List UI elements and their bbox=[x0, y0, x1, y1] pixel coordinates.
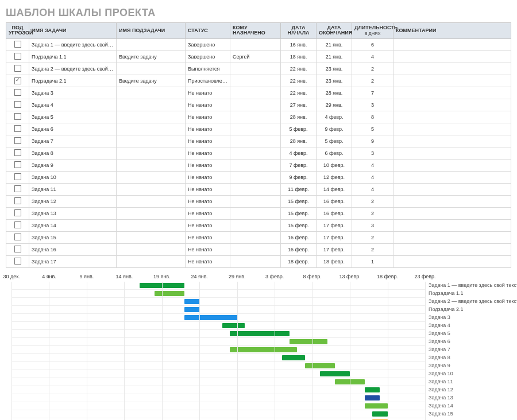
cell-dur[interactable]: 4 bbox=[352, 50, 393, 63]
cell-comm[interactable] bbox=[393, 243, 511, 255]
cell-dur[interactable]: 1 bbox=[352, 255, 393, 267]
cell-start[interactable]: 22 янв. bbox=[281, 87, 317, 99]
risk-checkbox[interactable] bbox=[14, 173, 21, 180]
cell-task[interactable]: Задача 14 bbox=[29, 219, 117, 231]
cell-comm[interactable] bbox=[393, 183, 511, 195]
cell-end[interactable]: 29 янв. bbox=[317, 99, 352, 111]
cell-sub[interactable] bbox=[117, 123, 186, 135]
cell-end[interactable]: 23 янв. bbox=[317, 63, 352, 75]
cell-sub[interactable] bbox=[117, 195, 186, 207]
risk-checkbox[interactable] bbox=[14, 246, 21, 252]
cell-dur[interactable]: 4 bbox=[352, 183, 393, 195]
cell-dur[interactable]: 4 bbox=[352, 171, 393, 183]
cell-status[interactable]: Не начато bbox=[186, 147, 230, 159]
cell-status[interactable]: Не начато bbox=[186, 255, 230, 267]
cell-start[interactable]: 4 февр. bbox=[281, 147, 317, 159]
cell-comm[interactable] bbox=[393, 195, 511, 207]
gantt-bar[interactable] bbox=[230, 347, 298, 352]
cell-comm[interactable] bbox=[393, 50, 511, 63]
risk-checkbox[interactable] bbox=[14, 125, 21, 132]
cell-sub[interactable] bbox=[117, 38, 186, 50]
cell-start[interactable]: 28 янв. bbox=[281, 111, 317, 123]
cell-assign[interactable] bbox=[230, 159, 281, 171]
cell-dur[interactable]: 2 bbox=[352, 75, 393, 87]
cell-end[interactable]: 18 февр. bbox=[317, 255, 352, 267]
cell-end[interactable]: 5 февр. bbox=[317, 135, 352, 147]
cell-assign[interactable] bbox=[230, 195, 281, 207]
cell-end[interactable]: 28 янв. bbox=[317, 87, 352, 99]
cell-end[interactable]: 14 февр. bbox=[317, 183, 352, 195]
gantt-bar[interactable] bbox=[230, 331, 290, 336]
risk-checkbox[interactable] bbox=[14, 234, 21, 240]
cell-dur[interactable]: 4 bbox=[352, 159, 393, 171]
cell-assign[interactable] bbox=[230, 207, 281, 219]
cell-status[interactable]: Не начато bbox=[186, 219, 230, 231]
cell-task[interactable]: Задача 13 bbox=[29, 207, 117, 219]
cell-comm[interactable] bbox=[393, 123, 511, 135]
cell-task[interactable]: Задача 12 bbox=[29, 195, 117, 207]
cell-dur[interactable]: 8 bbox=[352, 111, 393, 123]
cell-status[interactable]: Не начато bbox=[186, 183, 230, 195]
cell-start[interactable]: 9 февр. bbox=[281, 171, 317, 183]
cell-status[interactable]: Не начато bbox=[186, 135, 230, 147]
cell-status[interactable]: Не начато bbox=[186, 87, 230, 99]
cell-assign[interactable] bbox=[230, 183, 281, 195]
cell-task[interactable]: Задача 1 — введите здесь свой текст bbox=[29, 38, 117, 50]
cell-status[interactable]: Не начато bbox=[186, 171, 230, 183]
cell-sub[interactable] bbox=[117, 99, 186, 111]
cell-sub[interactable] bbox=[117, 243, 186, 255]
cell-sub[interactable] bbox=[117, 87, 186, 99]
cell-assign[interactable] bbox=[230, 135, 281, 147]
gantt-bar[interactable] bbox=[184, 299, 199, 304]
cell-task[interactable]: Задача 5 bbox=[29, 111, 117, 123]
gantt-bar[interactable] bbox=[365, 387, 380, 392]
cell-assign[interactable] bbox=[230, 171, 281, 183]
cell-start[interactable]: 22 янв. bbox=[281, 75, 317, 87]
cell-start[interactable]: 22 янв. bbox=[281, 63, 317, 75]
cell-start[interactable]: 15 февр. bbox=[281, 219, 317, 231]
gantt-bar[interactable] bbox=[184, 315, 237, 320]
cell-dur[interactable]: 2 bbox=[352, 195, 393, 207]
risk-checkbox[interactable] bbox=[14, 221, 21, 228]
cell-end[interactable]: 23 янв. bbox=[317, 75, 352, 87]
risk-checkbox[interactable] bbox=[14, 89, 21, 96]
cell-end[interactable]: 10 февр. bbox=[317, 159, 352, 171]
cell-sub[interactable] bbox=[117, 63, 186, 75]
cell-task[interactable]: Задача 7 bbox=[29, 135, 117, 147]
cell-start[interactable]: 16 февр. bbox=[281, 243, 317, 255]
risk-checkbox[interactable] bbox=[14, 65, 21, 72]
cell-assign[interactable] bbox=[230, 255, 281, 267]
gantt-bar[interactable] bbox=[282, 355, 304, 360]
cell-status[interactable]: Завершено bbox=[186, 50, 230, 63]
risk-checkbox[interactable] bbox=[14, 197, 21, 204]
cell-status[interactable]: Не начато bbox=[186, 99, 230, 111]
cell-end[interactable]: 21 янв. bbox=[317, 50, 352, 63]
cell-assign[interactable] bbox=[230, 147, 281, 159]
risk-checkbox[interactable] bbox=[14, 53, 21, 60]
cell-comm[interactable] bbox=[393, 63, 511, 75]
cell-task[interactable]: Задача 3 bbox=[29, 87, 117, 99]
cell-dur[interactable]: 2 bbox=[352, 243, 393, 255]
cell-sub[interactable] bbox=[117, 255, 186, 267]
cell-dur[interactable]: 5 bbox=[352, 123, 393, 135]
risk-checkbox[interactable] bbox=[14, 149, 21, 156]
cell-assign[interactable] bbox=[230, 75, 281, 87]
gantt-bar[interactable] bbox=[372, 411, 387, 417]
gantt-bar[interactable] bbox=[305, 363, 335, 368]
cell-dur[interactable]: 2 bbox=[352, 231, 393, 243]
risk-checkbox[interactable] bbox=[14, 185, 21, 192]
gantt-bar[interactable] bbox=[290, 339, 327, 344]
cell-sub[interactable] bbox=[117, 111, 186, 123]
cell-assign[interactable] bbox=[230, 38, 281, 50]
cell-end[interactable]: 6 февр. bbox=[317, 147, 352, 159]
gantt-bar[interactable] bbox=[184, 307, 199, 312]
cell-sub[interactable] bbox=[117, 171, 186, 183]
cell-task[interactable]: Подзадача 2.1 bbox=[29, 75, 117, 87]
cell-sub[interactable] bbox=[117, 159, 186, 171]
cell-start[interactable]: 28 янв. bbox=[281, 135, 317, 147]
cell-assign[interactable] bbox=[230, 99, 281, 111]
risk-checkbox[interactable] bbox=[14, 113, 21, 120]
cell-dur[interactable]: 9 bbox=[352, 135, 393, 147]
cell-status[interactable]: Приостановлено bbox=[186, 75, 230, 87]
cell-status[interactable]: Не начато bbox=[186, 111, 230, 123]
